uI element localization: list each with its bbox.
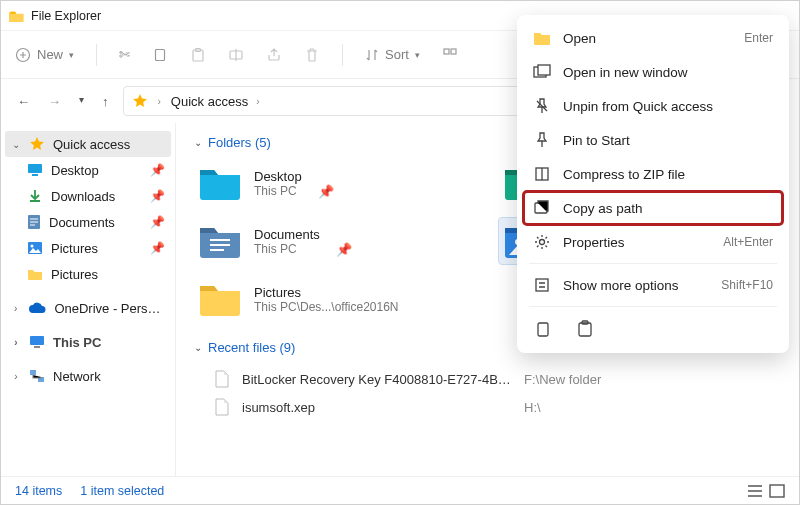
folder-name: Pictures [254,285,399,300]
recent-item[interactable]: isumsoft.xep H:\ [194,393,785,421]
file-explorer-icon [9,9,25,23]
ctx-properties[interactable]: Properties Alt+Enter [523,225,783,259]
rename-button[interactable] [228,47,244,63]
sidebar-item-onedrive[interactable]: › OneDrive - Personal [5,295,171,321]
toolbar-separator [96,44,97,66]
breadcrumb-label: Quick access [171,94,248,109]
svg-rect-24 [538,323,548,336]
ctx-label: Open [563,31,596,46]
sidebar-label: Pictures [51,241,98,256]
pin-icon [533,131,551,149]
sidebar-item-quick-access[interactable]: ⌄ Quick access [5,131,171,157]
context-menu: Open Enter Open in new window Unpin from… [517,15,789,353]
ctx-icon-row [523,311,783,347]
zip-icon [533,165,551,183]
delete-button[interactable] [304,47,320,63]
back-button[interactable]: ← [17,94,30,109]
folder-sub: This PC [254,184,302,198]
file-location: F:\New folder [524,372,601,387]
chevron-right-icon: › [11,371,21,382]
toolbar-separator [342,44,343,66]
sort-label: Sort [385,47,409,62]
svg-point-22 [540,240,545,245]
sort-button[interactable]: Sort ▾ [365,47,420,62]
pin-icon: 📌 [150,215,165,229]
sidebar-label: Downloads [51,189,115,204]
section-title: Folders (5) [208,135,271,150]
chevron-down-icon: ▾ [69,50,74,60]
ctx-label: Compress to ZIP file [563,167,685,182]
sidebar-item-pictures-2[interactable]: Pictures [7,261,171,287]
chevron-down-icon: ⌄ [194,342,202,353]
pin-icon: 📌 [336,242,352,257]
pin-icon: 📌 [150,189,165,203]
selection-count: 1 item selected [80,484,164,498]
sidebar-item-pictures[interactable]: Pictures 📌 [7,235,171,261]
recent-item[interactable]: BitLocker Recovery Key F4008810-E727-4B1… [194,365,785,393]
folder-item-pictures-2[interactable]: Pictures This PC\Des...\office2016N [194,276,481,322]
trash-icon [304,47,320,63]
view-button[interactable] [442,47,458,63]
ctx-open-new-window[interactable]: Open in new window [523,55,783,89]
sidebar-item-desktop[interactable]: Desktop 📌 [7,157,171,183]
details-view-button[interactable] [747,484,763,498]
folder-name: Desktop [254,169,302,184]
item-count: 14 items [15,484,62,498]
cut-icon: ✄ [119,47,130,62]
svg-rect-14 [30,370,36,375]
pin-icon: 📌 [318,184,334,199]
ctx-show-more[interactable]: Show more options Shift+F10 [523,268,783,302]
ctx-copy-as-path[interactable]: Copy as path [523,191,783,225]
pictures-icon [27,241,43,255]
ctx-shortcut: Alt+Enter [723,235,773,249]
sidebar-item-network[interactable]: › Network [5,363,171,389]
view-switcher [747,484,785,498]
ctx-unpin[interactable]: Unpin from Quick access [523,89,783,123]
share-button[interactable] [266,47,282,63]
sidebar-item-documents[interactable]: Documents 📌 [7,209,171,235]
view-icon [442,47,458,63]
ctx-compress[interactable]: Compress to ZIP file [523,157,783,191]
folder-item-documents[interactable]: Documents This PC 📌 [194,218,481,264]
documents-folder-icon [198,222,242,260]
up-button[interactable]: ↑ [102,94,109,109]
forward-button[interactable]: → [48,94,61,109]
ctx-label: Properties [563,235,625,250]
new-button[interactable]: New ▾ [15,47,74,63]
chevron-down-icon: ⌄ [11,139,21,150]
folder-sub: This PC [254,242,320,256]
svg-rect-17 [770,485,784,497]
sidebar-item-downloads[interactable]: Downloads 📌 [7,183,171,209]
desktop-folder-icon [198,164,242,202]
copy-icon-button[interactable] [533,319,553,339]
sidebar-item-thispc[interactable]: › This PC [5,329,171,355]
downloads-icon [27,188,43,204]
window-title: File Explorer [31,9,101,23]
folder-name: Documents [254,227,320,242]
copy-button[interactable] [152,47,168,63]
sidebar-label: This PC [53,335,101,350]
copy-path-icon [533,199,551,217]
large-icons-view-button[interactable] [769,484,785,498]
sidebar-label: Network [53,369,101,384]
folder-item-desktop[interactable]: Desktop This PC 📌 [194,160,481,206]
pin-icon: 📌 [150,241,165,255]
chevron-right-icon: › [158,96,161,107]
ctx-pin-start[interactable]: Pin to Start [523,123,783,157]
paste-button[interactable] [190,47,206,63]
share-icon [266,47,282,63]
sidebar-label: OneDrive - Personal [54,301,165,316]
breadcrumb[interactable]: Quick access› [171,94,260,109]
sidebar-label: Documents [49,215,115,230]
chevron-down-icon: ▾ [415,50,420,60]
paste-icon [190,47,206,63]
recent-locations-button[interactable]: ▾ [79,94,84,109]
file-name: isumsoft.xep [242,400,512,415]
chevron-right-icon: › [11,303,20,314]
ctx-open[interactable]: Open Enter [523,21,783,55]
cut-button[interactable]: ✄ [119,47,130,62]
svg-rect-25 [579,323,591,336]
paste-icon-button[interactable] [575,319,595,339]
new-window-icon [533,63,551,81]
sidebar: ⌄ Quick access Desktop 📌 Downloads 📌 Doc… [1,123,176,478]
